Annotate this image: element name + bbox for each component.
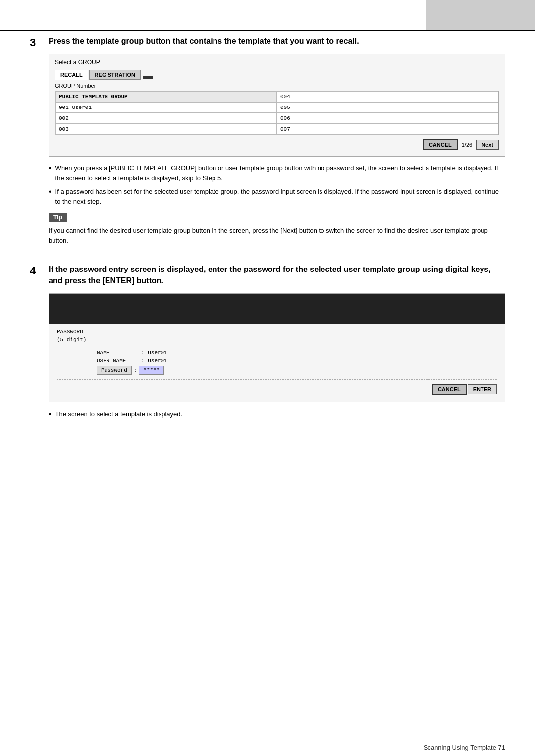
step-3-screen: Select a GROUP RECALL REGISTRATION GROUP… [49, 54, 505, 157]
pw-username-colon: : [141, 358, 145, 364]
group-001[interactable]: 001 User01 [55, 102, 277, 113]
bullet-dot-2: • [49, 188, 52, 196]
tip-text: If you cannot find the desired user temp… [49, 226, 505, 245]
group-public-template[interactable]: PUBLIC TEMPLATE GROUP [55, 91, 277, 102]
step-3-number: 3 [30, 36, 42, 50]
step-3-title: Press the template group button that con… [49, 36, 505, 47]
tip-label: Tip [49, 213, 67, 222]
step-4-content: If the password entry screen is displaye… [49, 264, 505, 423]
pw-password-value: ***** [139, 366, 164, 375]
footer-text: Scanning Using Template 71 [424, 744, 505, 751]
step-3-content: Press the template group button that con… [49, 36, 505, 252]
step-4-number: 4 [30, 264, 42, 278]
pw-name-row: NAME : User01 [97, 350, 497, 356]
group-002[interactable]: 002 [55, 113, 277, 124]
screen-3-footer: CANCEL 1/26 Next [55, 139, 499, 150]
step-4: 4 If the password entry screen is displa… [30, 264, 505, 423]
bullet-text-1: When you press a [PUBLIC TEMPLATE GROUP]… [55, 163, 505, 183]
group-006[interactable]: 006 [277, 113, 498, 124]
tab-row: RECALL REGISTRATION [55, 70, 499, 80]
pw-password-colon: : [134, 367, 137, 373]
step-3: 3 Press the template group button that c… [30, 36, 505, 252]
password-screen-body: PASSWORD (5-digit) NAME : User01 USER NA… [49, 324, 505, 402]
bullet-1: • When you press a [PUBLIC TEMPLATE GROU… [49, 163, 505, 183]
page-info: 1/26 [462, 142, 472, 148]
bullet-text-4: The screen to select a template is displ… [55, 409, 183, 419]
pw-password-label: Password [97, 366, 132, 375]
pw-fields: NAME : User01 USER NAME : User01 [97, 350, 497, 375]
next-button[interactable]: Next [476, 140, 499, 150]
bullet-2: • If a password has been set for the sel… [49, 187, 505, 206]
screen-title: Select a GROUP [55, 59, 499, 66]
enter-button[interactable]: ENTER [468, 384, 497, 394]
bullet-dot-1: • [49, 164, 52, 172]
pw-name-label: NAME [97, 350, 141, 356]
tab-recall[interactable]: RECALL [55, 70, 88, 80]
pw-username-row: USER NAME : User01 [97, 358, 497, 364]
tab-indicator [143, 76, 153, 79]
pw-username-value: User01 [148, 358, 167, 364]
pw-username-label: USER NAME [97, 358, 141, 364]
tip-box: Tip If you cannot find the desired user … [49, 213, 505, 245]
tab-registration[interactable]: REGISTRATION [89, 70, 141, 80]
bullet-text-2: If a password has been set for the selec… [55, 187, 505, 206]
group-005[interactable]: 005 [277, 102, 498, 113]
bullet-dot-4: • [49, 410, 52, 418]
cancel-button-3[interactable]: CANCEL [423, 139, 458, 150]
step-4-bullet: • The screen to select a template is dis… [49, 409, 505, 419]
pw-name-colon: : [141, 350, 145, 356]
group-007[interactable]: 007 [277, 124, 498, 135]
group-004[interactable]: 004 [277, 91, 498, 102]
top-bar [426, 0, 535, 30]
bottom-divider [0, 736, 535, 736]
step-3-bullets: • When you press a [PUBLIC TEMPLATE GROU… [49, 163, 505, 206]
cancel-button-4[interactable]: CANCEL [432, 384, 467, 395]
pw-name-value: User01 [148, 350, 167, 356]
group-003[interactable]: 003 [55, 124, 277, 135]
group-number-label: GROUP Number [55, 83, 499, 89]
pw-password-row: Password : ***** [97, 366, 497, 375]
pw-screen-footer: CANCEL ENTER [57, 379, 497, 395]
password-screen: PASSWORD (5-digit) NAME : User01 USER NA… [49, 293, 505, 402]
step-4-title: If the password entry screen is displaye… [49, 264, 505, 286]
group-grid: PUBLIC TEMPLATE GROUP 004 001 User01 005… [55, 91, 499, 135]
password-screen-top [49, 294, 505, 324]
pw-label: PASSWORD (5-digit) [57, 328, 497, 344]
top-divider [0, 30, 535, 31]
